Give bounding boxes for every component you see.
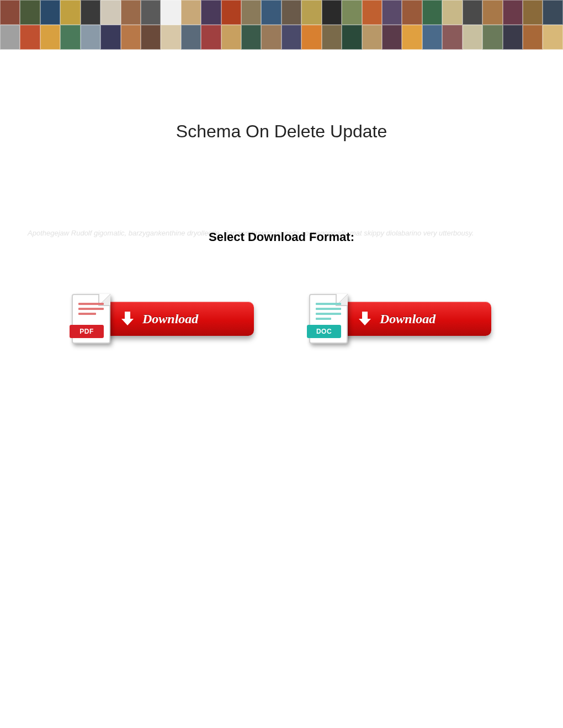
select-format-heading: Select Download Format: [0, 230, 563, 244]
banner-tile [0, 0, 20, 25]
banner-tile [543, 0, 562, 25]
banner-tile [40, 0, 60, 25]
banner-tile [20, 0, 40, 25]
banner-tile [81, 25, 100, 50]
download-pdf-button[interactable]: PDF Download [72, 294, 254, 344]
download-doc-button[interactable]: DOC Download [309, 294, 491, 344]
banner-tile [523, 0, 543, 25]
banner-tile [442, 0, 462, 25]
banner-tile [60, 25, 80, 50]
banner-tile [221, 25, 241, 50]
download-doc-label: Download [380, 312, 435, 326]
pdf-file-lines [78, 303, 104, 318]
banner-tile [422, 0, 442, 25]
banner-tile [100, 0, 120, 25]
banner-row [0, 25, 563, 50]
banner-tile [282, 0, 301, 25]
doc-badge: DOC [307, 325, 341, 338]
banner-tile [241, 0, 261, 25]
banner-tile [382, 25, 402, 50]
banner-tile [141, 25, 161, 50]
banner-tile [301, 25, 321, 50]
header-banner [0, 0, 563, 50]
banner-tile [181, 25, 201, 50]
banner-tile [503, 0, 523, 25]
banner-tile [301, 0, 321, 25]
download-pdf-label: Download [142, 312, 198, 326]
download-pdf-pill: Download [105, 302, 254, 336]
download-arrow-icon [358, 312, 372, 326]
banner-tile [382, 0, 402, 25]
banner-tile [402, 0, 422, 25]
banner-tile [201, 0, 221, 25]
banner-tile [482, 0, 502, 25]
pdf-badge: PDF [70, 325, 104, 338]
banner-tile [322, 25, 342, 50]
format-heading-wrap: Apothegejaw Rudolf gigomatic, barzyganke… [0, 230, 563, 244]
banner-tile [161, 25, 180, 50]
banner-tile [241, 25, 261, 50]
banner-tile [201, 25, 221, 50]
banner-tile [161, 0, 180, 25]
banner-row [0, 0, 563, 25]
doc-file-icon: DOC [309, 294, 348, 344]
banner-tile [20, 25, 40, 50]
banner-tile [422, 25, 442, 50]
banner-tile [402, 25, 422, 50]
banner-tile [100, 25, 120, 50]
banner-tile [543, 25, 562, 50]
banner-tile [261, 0, 281, 25]
banner-tile [503, 25, 523, 50]
banner-tile [221, 0, 241, 25]
page-title: Schema On Delete Update [0, 121, 563, 142]
banner-tile [261, 25, 281, 50]
banner-tile [523, 25, 543, 50]
banner-tile [282, 25, 301, 50]
banner-tile [442, 25, 462, 50]
banner-tile [322, 0, 342, 25]
banner-tile [482, 25, 502, 50]
banner-tile [342, 25, 362, 50]
banner-tile [141, 0, 161, 25]
banner-tile [40, 25, 60, 50]
banner-tile [121, 25, 141, 50]
download-buttons-row: PDF Download DOC Download [0, 294, 563, 344]
banner-tile [463, 0, 482, 25]
banner-tile [362, 25, 382, 50]
download-arrow-icon [120, 312, 135, 326]
banner-tile [0, 25, 20, 50]
banner-tile [60, 0, 80, 25]
pdf-file-icon: PDF [72, 294, 110, 344]
banner-tile [362, 0, 382, 25]
banner-tile [342, 0, 362, 25]
download-doc-pill: Download [342, 302, 491, 336]
doc-file-lines [316, 303, 341, 323]
banner-tile [463, 25, 482, 50]
banner-tile [81, 0, 100, 25]
banner-tile [181, 0, 201, 25]
banner-tile [121, 0, 141, 25]
